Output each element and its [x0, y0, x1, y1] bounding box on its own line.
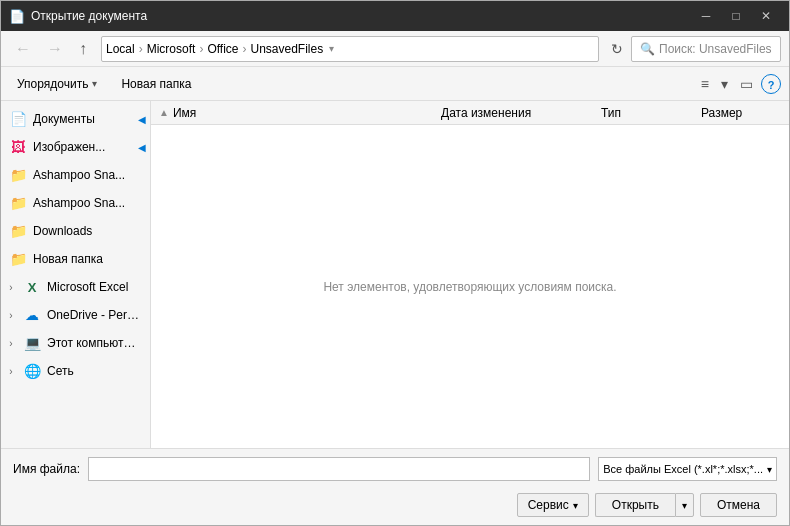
folder-icon-2: 📁	[9, 194, 27, 212]
sidebar-label-documents: Документы	[33, 112, 142, 126]
expand-arrow-excel: ›	[5, 282, 17, 293]
title-icon: 📄	[9, 9, 25, 24]
network-icon: 🌐	[23, 362, 41, 380]
refresh-button[interactable]: ↻	[607, 37, 627, 61]
minimize-button[interactable]: ─	[691, 1, 721, 31]
filename-row: Имя файла: Все файлы Excel (*.xl*;*.xlsx…	[1, 449, 789, 489]
new-folder-button[interactable]: Новая папка	[113, 73, 199, 95]
sidebar-label-downloads: Downloads	[33, 224, 142, 238]
col-date-header[interactable]: Дата изменения	[441, 106, 601, 120]
organize-arrow-icon: ▾	[92, 78, 97, 89]
address-unsaved: UnsavedFiles	[251, 42, 324, 56]
sidebar-label-ashampoo1: Ashampoo Sna...	[33, 168, 142, 182]
pane-button[interactable]: ▭	[736, 72, 757, 96]
pc-icon: 💻	[23, 334, 41, 352]
expand-arrow-thispc: ›	[5, 338, 17, 349]
address-local: Local	[106, 42, 135, 56]
search-box[interactable]: 🔍 Поиск: UnsavedFiles	[631, 36, 781, 62]
title-text: Открытие документа	[31, 9, 691, 23]
sidebar-item-excel[interactable]: › X Microsoft Excel	[1, 273, 150, 301]
address-bar[interactable]: Local › Microsoft › Office › UnsavedFile…	[101, 36, 599, 62]
action-row: Сервис ▾ Открыть ▾ Отмена	[1, 489, 789, 525]
content-area: 📄 Документы ◀ 🖼 Изображен... ◀ 📁 Ashampo…	[1, 101, 789, 448]
address-dropdown-icon: ▾	[329, 43, 334, 54]
sidebar-item-ashampoo1[interactable]: 📁 Ashampoo Sna...	[1, 161, 150, 189]
view-controls: ≡ ▾ ▭ ?	[697, 72, 781, 96]
sidebar-item-new-folder[interactable]: 📁 Новая папка	[1, 245, 150, 273]
up-button[interactable]: ↑	[73, 36, 93, 62]
sidebar-item-images[interactable]: 🖼 Изображен... ◀	[1, 133, 150, 161]
address-office: Office	[207, 42, 238, 56]
excel-icon: X	[23, 278, 41, 296]
close-button[interactable]: ✕	[751, 1, 781, 31]
filetype-text: Все файлы Excel (*.xl*;*.xlsx;*...	[603, 463, 763, 475]
sort-arrow-icon: ▲	[159, 107, 169, 118]
sidebar-label-excel: Microsoft Excel	[47, 280, 142, 294]
sidebar-item-downloads[interactable]: 📁 Downloads	[1, 217, 150, 245]
bottom-bar: Имя файла: Все файлы Excel (*.xl*;*.xlsx…	[1, 448, 789, 525]
filename-input[interactable]	[88, 457, 590, 481]
expand-arrow-network: ›	[5, 366, 17, 377]
service-arrow-icon: ▾	[573, 500, 578, 511]
sidebar-label-thispc: Этот компьютер...	[47, 336, 142, 350]
address-microsoft: Microsoft	[147, 42, 196, 56]
sidebar-label-network: Сеть	[47, 364, 142, 378]
sidebar-item-thispc[interactable]: › 💻 Этот компьютер...	[1, 329, 150, 357]
folder-icon-4: 📁	[9, 250, 27, 268]
sidebar-pin-icon: ◀	[138, 114, 146, 125]
help-button[interactable]: ?	[761, 74, 781, 94]
search-icon: 🔍	[640, 42, 655, 56]
organize-button[interactable]: Упорядочить ▾	[9, 73, 105, 95]
column-header: ▲ Имя Дата изменения Тип Размер	[151, 101, 789, 125]
window-controls: ─ □ ✕	[691, 1, 781, 31]
view-dropdown-button[interactable]: ▾	[717, 72, 732, 96]
onedrive-icon: ☁	[23, 306, 41, 324]
cancel-button[interactable]: Отмена	[700, 493, 777, 517]
filetype-dropdown[interactable]: Все файлы Excel (*.xl*;*.xlsx;*... ▾	[598, 457, 777, 481]
file-list: Нет элементов, удовлетворяющих условиям …	[151, 125, 789, 448]
col-name-header[interactable]: Имя	[173, 106, 441, 120]
title-bar: 📄 Открытие документа ─ □ ✕	[1, 1, 789, 31]
sidebar-item-documents[interactable]: 📄 Документы ◀	[1, 105, 150, 133]
sidebar-item-ashampoo2[interactable]: 📁 Ashampoo Sna...	[1, 189, 150, 217]
folder-icon-1: 📁	[9, 166, 27, 184]
filetype-arrow-icon: ▾	[767, 464, 772, 475]
back-button[interactable]: ←	[9, 36, 37, 62]
images-icon: 🖼	[9, 138, 27, 156]
col-size-header[interactable]: Размер	[701, 106, 781, 120]
expand-arrow-onedrive: ›	[5, 310, 17, 321]
main-panel: ▲ Имя Дата изменения Тип Размер Нет элем…	[151, 101, 789, 448]
col-type-header[interactable]: Тип	[601, 106, 701, 120]
sidebar-label-ashampoo2: Ashampoo Sna...	[33, 196, 142, 210]
folder-icon-3: 📁	[9, 222, 27, 240]
empty-message: Нет элементов, удовлетворяющих условиям …	[323, 280, 616, 294]
open-button[interactable]: Открыть	[595, 493, 675, 517]
sidebar-label-new-folder: Новая папка	[33, 252, 142, 266]
list-view-button[interactable]: ≡	[697, 72, 713, 96]
forward-button[interactable]: →	[41, 36, 69, 62]
open-dropdown-button[interactable]: ▾	[675, 493, 694, 517]
sidebar: 📄 Документы ◀ 🖼 Изображен... ◀ 📁 Ashampo…	[1, 101, 151, 448]
docs-icon: 📄	[9, 110, 27, 128]
maximize-button[interactable]: □	[721, 1, 751, 31]
sidebar-label-images: Изображен...	[33, 140, 142, 154]
open-button-group: Открыть ▾	[595, 493, 694, 517]
sidebar-label-onedrive: OneDrive - Perso...	[47, 308, 142, 322]
sidebar-pin-icon2: ◀	[138, 142, 146, 153]
sidebar-item-network[interactable]: › 🌐 Сеть	[1, 357, 150, 385]
search-placeholder: Поиск: UnsavedFiles	[659, 42, 772, 56]
filename-label: Имя файла:	[13, 462, 80, 476]
service-button[interactable]: Сервис ▾	[517, 493, 589, 517]
sidebar-item-onedrive[interactable]: › ☁ OneDrive - Perso...	[1, 301, 150, 329]
navigation-toolbar: ← → ↑ Local › Microsoft › Office › Unsav…	[1, 31, 789, 67]
action-bar: Упорядочить ▾ Новая папка ≡ ▾ ▭ ?	[1, 67, 789, 101]
